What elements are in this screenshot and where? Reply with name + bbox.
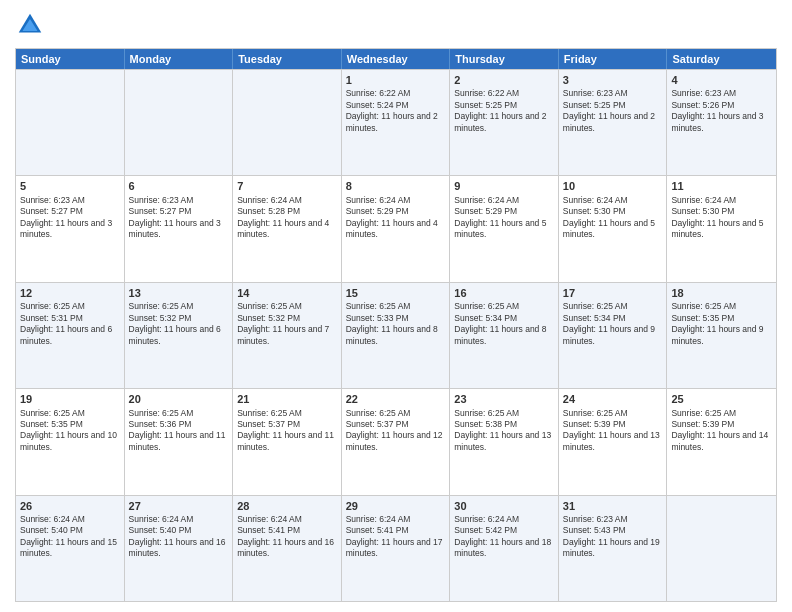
day-number: 21 [237, 392, 337, 406]
cell-info: Sunrise: 6:25 AM Sunset: 5:35 PM Dayligh… [20, 408, 120, 454]
cal-cell-r3-c1: 20Sunrise: 6:25 AM Sunset: 5:36 PM Dayli… [125, 389, 234, 494]
cell-info: Sunrise: 6:22 AM Sunset: 5:25 PM Dayligh… [454, 88, 554, 134]
cell-info: Sunrise: 6:24 AM Sunset: 5:40 PM Dayligh… [20, 514, 120, 560]
day-number: 28 [237, 499, 337, 513]
cell-info: Sunrise: 6:24 AM Sunset: 5:30 PM Dayligh… [563, 195, 663, 241]
calendar: SundayMondayTuesdayWednesdayThursdayFrid… [15, 48, 777, 602]
calendar-body: 1Sunrise: 6:22 AM Sunset: 5:24 PM Daylig… [16, 69, 776, 601]
cell-info: Sunrise: 6:23 AM Sunset: 5:26 PM Dayligh… [671, 88, 772, 134]
cell-info: Sunrise: 6:25 AM Sunset: 5:33 PM Dayligh… [346, 301, 446, 347]
day-number: 10 [563, 179, 663, 193]
cal-cell-r0-c2 [233, 70, 342, 175]
logo [15, 10, 49, 40]
cal-header-monday: Monday [125, 49, 234, 69]
day-number: 11 [671, 179, 772, 193]
cell-info: Sunrise: 6:25 AM Sunset: 5:32 PM Dayligh… [237, 301, 337, 347]
cal-cell-r0-c5: 3Sunrise: 6:23 AM Sunset: 5:25 PM Daylig… [559, 70, 668, 175]
cal-cell-r1-c5: 10Sunrise: 6:24 AM Sunset: 5:30 PM Dayli… [559, 176, 668, 281]
cal-cell-r3-c0: 19Sunrise: 6:25 AM Sunset: 5:35 PM Dayli… [16, 389, 125, 494]
cal-cell-r4-c0: 26Sunrise: 6:24 AM Sunset: 5:40 PM Dayli… [16, 496, 125, 601]
cell-info: Sunrise: 6:25 AM Sunset: 5:38 PM Dayligh… [454, 408, 554, 454]
day-number: 5 [20, 179, 120, 193]
cal-row-1: 5Sunrise: 6:23 AM Sunset: 5:27 PM Daylig… [16, 175, 776, 281]
cell-info: Sunrise: 6:25 AM Sunset: 5:37 PM Dayligh… [346, 408, 446, 454]
day-number: 29 [346, 499, 446, 513]
cal-cell-r3-c3: 22Sunrise: 6:25 AM Sunset: 5:37 PM Dayli… [342, 389, 451, 494]
cell-info: Sunrise: 6:24 AM Sunset: 5:41 PM Dayligh… [346, 514, 446, 560]
day-number: 30 [454, 499, 554, 513]
cal-cell-r2-c3: 15Sunrise: 6:25 AM Sunset: 5:33 PM Dayli… [342, 283, 451, 388]
cal-cell-r0-c1 [125, 70, 234, 175]
day-number: 15 [346, 286, 446, 300]
cal-cell-r1-c3: 8Sunrise: 6:24 AM Sunset: 5:29 PM Daylig… [342, 176, 451, 281]
header [15, 10, 777, 40]
cal-cell-r1-c0: 5Sunrise: 6:23 AM Sunset: 5:27 PM Daylig… [16, 176, 125, 281]
cal-cell-r0-c4: 2Sunrise: 6:22 AM Sunset: 5:25 PM Daylig… [450, 70, 559, 175]
cal-cell-r1-c2: 7Sunrise: 6:24 AM Sunset: 5:28 PM Daylig… [233, 176, 342, 281]
cal-cell-r0-c6: 4Sunrise: 6:23 AM Sunset: 5:26 PM Daylig… [667, 70, 776, 175]
cal-header-friday: Friday [559, 49, 668, 69]
cell-info: Sunrise: 6:25 AM Sunset: 5:34 PM Dayligh… [563, 301, 663, 347]
cal-cell-r3-c2: 21Sunrise: 6:25 AM Sunset: 5:37 PM Dayli… [233, 389, 342, 494]
cal-header-thursday: Thursday [450, 49, 559, 69]
cal-cell-r4-c4: 30Sunrise: 6:24 AM Sunset: 5:42 PM Dayli… [450, 496, 559, 601]
day-number: 14 [237, 286, 337, 300]
day-number: 3 [563, 73, 663, 87]
day-number: 18 [671, 286, 772, 300]
cal-cell-r3-c5: 24Sunrise: 6:25 AM Sunset: 5:39 PM Dayli… [559, 389, 668, 494]
day-number: 27 [129, 499, 229, 513]
logo-icon [15, 10, 45, 40]
day-number: 24 [563, 392, 663, 406]
cal-cell-r4-c5: 31Sunrise: 6:23 AM Sunset: 5:43 PM Dayli… [559, 496, 668, 601]
cal-cell-r0-c3: 1Sunrise: 6:22 AM Sunset: 5:24 PM Daylig… [342, 70, 451, 175]
cell-info: Sunrise: 6:22 AM Sunset: 5:24 PM Dayligh… [346, 88, 446, 134]
cal-cell-r2-c1: 13Sunrise: 6:25 AM Sunset: 5:32 PM Dayli… [125, 283, 234, 388]
day-number: 17 [563, 286, 663, 300]
cal-header-saturday: Saturday [667, 49, 776, 69]
cell-info: Sunrise: 6:25 AM Sunset: 5:32 PM Dayligh… [129, 301, 229, 347]
cal-row-0: 1Sunrise: 6:22 AM Sunset: 5:24 PM Daylig… [16, 69, 776, 175]
cal-row-2: 12Sunrise: 6:25 AM Sunset: 5:31 PM Dayli… [16, 282, 776, 388]
cal-header-tuesday: Tuesday [233, 49, 342, 69]
day-number: 16 [454, 286, 554, 300]
cell-info: Sunrise: 6:25 AM Sunset: 5:37 PM Dayligh… [237, 408, 337, 454]
cal-cell-r0-c0 [16, 70, 125, 175]
cal-cell-r1-c1: 6Sunrise: 6:23 AM Sunset: 5:27 PM Daylig… [125, 176, 234, 281]
cell-info: Sunrise: 6:25 AM Sunset: 5:35 PM Dayligh… [671, 301, 772, 347]
cell-info: Sunrise: 6:23 AM Sunset: 5:27 PM Dayligh… [129, 195, 229, 241]
cal-cell-r4-c2: 28Sunrise: 6:24 AM Sunset: 5:41 PM Dayli… [233, 496, 342, 601]
cal-cell-r2-c4: 16Sunrise: 6:25 AM Sunset: 5:34 PM Dayli… [450, 283, 559, 388]
cell-info: Sunrise: 6:24 AM Sunset: 5:30 PM Dayligh… [671, 195, 772, 241]
cal-cell-r3-c6: 25Sunrise: 6:25 AM Sunset: 5:39 PM Dayli… [667, 389, 776, 494]
cal-cell-r4-c1: 27Sunrise: 6:24 AM Sunset: 5:40 PM Dayli… [125, 496, 234, 601]
cal-cell-r4-c6 [667, 496, 776, 601]
day-number: 13 [129, 286, 229, 300]
cell-info: Sunrise: 6:25 AM Sunset: 5:36 PM Dayligh… [129, 408, 229, 454]
day-number: 20 [129, 392, 229, 406]
day-number: 23 [454, 392, 554, 406]
cal-header-sunday: Sunday [16, 49, 125, 69]
cell-info: Sunrise: 6:24 AM Sunset: 5:29 PM Dayligh… [346, 195, 446, 241]
calendar-header-row: SundayMondayTuesdayWednesdayThursdayFrid… [16, 49, 776, 69]
cal-cell-r4-c3: 29Sunrise: 6:24 AM Sunset: 5:41 PM Dayli… [342, 496, 451, 601]
cal-cell-r2-c5: 17Sunrise: 6:25 AM Sunset: 5:34 PM Dayli… [559, 283, 668, 388]
cal-row-4: 26Sunrise: 6:24 AM Sunset: 5:40 PM Dayli… [16, 495, 776, 601]
cell-info: Sunrise: 6:24 AM Sunset: 5:41 PM Dayligh… [237, 514, 337, 560]
day-number: 4 [671, 73, 772, 87]
cell-info: Sunrise: 6:24 AM Sunset: 5:40 PM Dayligh… [129, 514, 229, 560]
day-number: 22 [346, 392, 446, 406]
cell-info: Sunrise: 6:23 AM Sunset: 5:25 PM Dayligh… [563, 88, 663, 134]
cell-info: Sunrise: 6:23 AM Sunset: 5:43 PM Dayligh… [563, 514, 663, 560]
cal-row-3: 19Sunrise: 6:25 AM Sunset: 5:35 PM Dayli… [16, 388, 776, 494]
cal-cell-r2-c0: 12Sunrise: 6:25 AM Sunset: 5:31 PM Dayli… [16, 283, 125, 388]
cal-cell-r3-c4: 23Sunrise: 6:25 AM Sunset: 5:38 PM Dayli… [450, 389, 559, 494]
day-number: 31 [563, 499, 663, 513]
day-number: 6 [129, 179, 229, 193]
cal-cell-r2-c6: 18Sunrise: 6:25 AM Sunset: 5:35 PM Dayli… [667, 283, 776, 388]
cell-info: Sunrise: 6:25 AM Sunset: 5:39 PM Dayligh… [563, 408, 663, 454]
cell-info: Sunrise: 6:25 AM Sunset: 5:31 PM Dayligh… [20, 301, 120, 347]
day-number: 2 [454, 73, 554, 87]
day-number: 8 [346, 179, 446, 193]
day-number: 19 [20, 392, 120, 406]
day-number: 7 [237, 179, 337, 193]
